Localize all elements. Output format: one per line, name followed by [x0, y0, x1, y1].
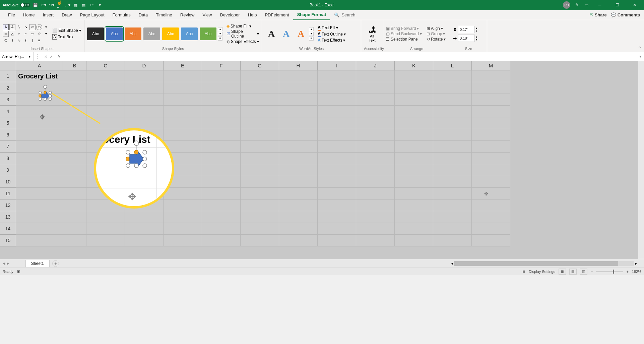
shape-style-preset-4[interactable]: Abc	[162, 27, 179, 40]
cell-I4[interactable]	[318, 106, 356, 117]
cell-E11[interactable]	[164, 188, 202, 199]
cell-H14[interactable]	[279, 223, 318, 235]
sheet-tab-sheet1[interactable]: Sheet1	[25, 260, 50, 267]
cell-F8[interactable]	[202, 153, 241, 164]
cell-G5[interactable]	[241, 117, 279, 129]
cell-C4[interactable]	[86, 106, 125, 117]
cell-E4[interactable]	[164, 106, 202, 117]
shape-brace1-icon[interactable]: {	[23, 38, 29, 44]
cell-B12[interactable]	[63, 199, 86, 211]
redo-icon[interactable]: ↷▾	[49, 2, 54, 8]
shape-brace2-icon[interactable]: }	[29, 38, 36, 44]
tab-file[interactable]: File	[4, 10, 19, 20]
cell-D3[interactable]	[125, 94, 164, 106]
cell-H6[interactable]	[279, 129, 318, 141]
cell-K10[interactable]	[395, 176, 433, 188]
formula-expand-icon[interactable]: ▼	[637, 55, 644, 58]
tab-formulas[interactable]: Formulas	[109, 10, 135, 20]
cell-K9[interactable]	[395, 164, 433, 176]
spin-up[interactable]: ▴	[476, 26, 477, 30]
cell-A14[interactable]	[16, 223, 63, 235]
cell-B14[interactable]	[63, 223, 86, 235]
cell-I1[interactable]	[318, 70, 356, 82]
row-header-9[interactable]: 9	[0, 164, 16, 176]
row-header-14[interactable]: 14	[0, 223, 16, 235]
cell-H5[interactable]	[279, 117, 318, 129]
cell-F15[interactable]	[202, 235, 241, 246]
cell-A11[interactable]	[16, 188, 63, 199]
row-header-2[interactable]: 2	[0, 82, 16, 94]
cell-A8[interactable]	[16, 153, 63, 164]
cell-H11[interactable]	[279, 188, 318, 199]
cell-D5[interactable]	[125, 117, 164, 129]
cell-B10[interactable]	[63, 176, 86, 188]
customize-qat-icon[interactable]: ▾	[97, 2, 103, 8]
shape-z-icon[interactable]: ⌐	[23, 31, 29, 37]
shape-textbox-icon[interactable]: A	[3, 24, 9, 30]
cell-E2[interactable]	[164, 82, 202, 94]
cell-I6[interactable]	[318, 129, 356, 141]
cell-L14[interactable]	[433, 223, 472, 235]
normal-view-button[interactable]: ▦	[559, 269, 566, 275]
wordart-preset-3[interactable]: A	[294, 27, 308, 41]
cell-G15[interactable]	[241, 235, 279, 246]
text-fill-button[interactable]: A Text Fill ▾	[318, 25, 346, 31]
shape-outline-button[interactable]: ☑ Shape Outline ▾	[227, 29, 259, 39]
cell-B5[interactable]	[63, 117, 86, 129]
cell-H10[interactable]	[279, 176, 318, 188]
cell-J14[interactable]	[356, 223, 395, 235]
row-header-10[interactable]: 10	[0, 176, 16, 188]
shape-a-icon[interactable]: A	[9, 24, 15, 30]
shape-style-preset-0[interactable]: Abc	[87, 27, 104, 40]
cell-I7[interactable]	[318, 141, 356, 153]
cell-M5[interactable]	[472, 117, 510, 129]
cell-M15[interactable]	[472, 235, 510, 246]
tab-insert[interactable]: Insert	[39, 10, 58, 20]
cell-H4[interactable]	[279, 106, 318, 117]
row-header-4[interactable]: 4	[0, 106, 16, 117]
cell-J15[interactable]	[356, 235, 395, 246]
cell-B6[interactable]	[63, 129, 86, 141]
cell-G8[interactable]	[241, 153, 279, 164]
cell-I9[interactable]	[318, 164, 356, 176]
shape-style-preset-2[interactable]: Abc	[125, 27, 141, 40]
zoom-in-button[interactable]: +	[626, 270, 628, 274]
cell-B15[interactable]	[63, 235, 86, 246]
save-icon[interactable]: 💾	[33, 2, 38, 8]
tab-nav-next[interactable]: ▶	[7, 262, 9, 265]
cell-G9[interactable]	[241, 164, 279, 176]
spin-down[interactable]: ▾	[476, 30, 477, 33]
cell-B2[interactable]	[63, 82, 86, 94]
cell-F1[interactable]	[202, 70, 241, 82]
tab-draw[interactable]: Draw	[58, 10, 76, 20]
col-header-F[interactable]: F	[202, 61, 241, 70]
shape-height-input[interactable]	[458, 26, 475, 33]
cell-K7[interactable]	[395, 141, 433, 153]
autosave-toggle[interactable]: AutoSave Off	[3, 3, 30, 7]
selected-arrow-shape[interactable]	[37, 85, 54, 107]
cell-I2[interactable]	[318, 82, 356, 94]
cell-E5[interactable]	[164, 117, 202, 129]
cell-I3[interactable]	[318, 94, 356, 106]
cell-E13[interactable]	[164, 211, 202, 223]
row-header-5[interactable]: 5	[0, 117, 16, 129]
cell-G14[interactable]	[241, 223, 279, 235]
cell-D2[interactable]	[125, 82, 164, 94]
row-header-8[interactable]: 8	[0, 153, 16, 164]
text-outline-button[interactable]: A Text Outline ▾	[318, 32, 346, 37]
col-header-L[interactable]: L	[433, 61, 472, 70]
cell-D14[interactable]	[125, 223, 164, 235]
shape-style-preset-6[interactable]: Abc	[200, 27, 216, 40]
sort-icon[interactable]: ⬚▾	[65, 2, 70, 8]
tab-developer[interactable]: Developer	[216, 10, 244, 20]
style-scroll-down[interactable]: ▾	[218, 32, 222, 36]
style-expand[interactable]: ≡	[218, 37, 222, 41]
cell-C1[interactable]	[86, 70, 125, 82]
cell-E12[interactable]	[164, 199, 202, 211]
text-box-button[interactable]: A Text Box	[52, 34, 81, 40]
cell-M9[interactable]	[472, 164, 510, 176]
tab-pdfelement[interactable]: PDFelement	[261, 10, 293, 20]
cell-J8[interactable]	[356, 153, 395, 164]
cell-L10[interactable]	[433, 176, 472, 188]
cell-F6[interactable]	[202, 129, 241, 141]
